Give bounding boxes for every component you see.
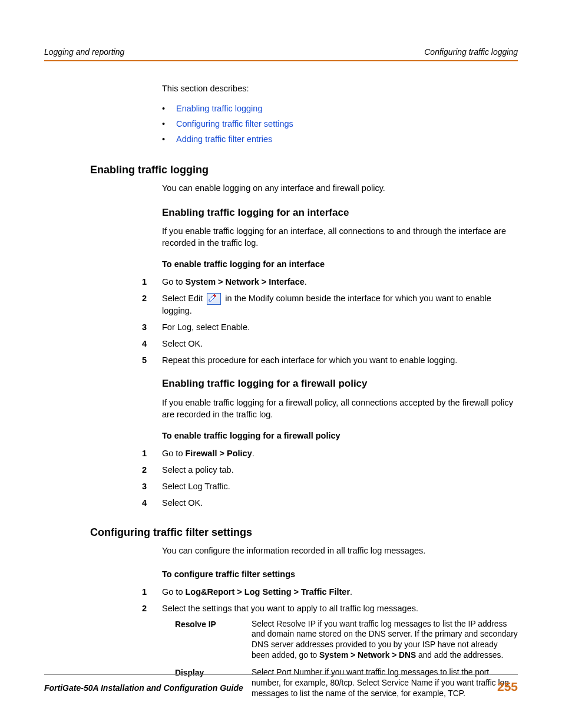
heading-firewall-policy: Enabling traffic logging for a firewall …	[162, 377, 518, 390]
step-fragment: .	[252, 449, 254, 458]
setting-label: Resolve IP	[175, 619, 252, 661]
step-fragment: Go to	[162, 449, 186, 458]
step-number: 2	[142, 292, 162, 317]
body-text: You can configure the information record…	[162, 545, 518, 556]
footer-title: FortiGate-50A Installation and Configura…	[44, 683, 243, 693]
step-text: Go to Log&Report > Log Setting > Traffic…	[162, 586, 518, 598]
step-number: 2	[142, 464, 162, 476]
step-row: 1 Go to Log&Report > Log Setting > Traff…	[142, 586, 518, 598]
page-number: 255	[497, 680, 518, 694]
toc-item: • Adding traffic filter entries	[162, 133, 518, 145]
step-row: 2 Select Edit in the Modify column besid…	[142, 292, 518, 317]
step-text: Go to Firewall > Policy.	[162, 447, 518, 459]
step-text: Select Log Traffic.	[162, 480, 518, 492]
page-content: This section describes: • Enabling traff…	[44, 83, 518, 699]
step-number: 3	[142, 480, 162, 492]
procedure-title: To configure traffic filter settings	[162, 568, 518, 580]
step-row: 2 Select a policy tab.	[142, 464, 518, 476]
step-number: 5	[142, 354, 162, 366]
step-row: 4 Select OK.	[142, 497, 518, 509]
header-left: Logging and reporting	[44, 47, 124, 57]
body-text: You can enable logging on any interface …	[162, 182, 518, 194]
step-row: 1 Go to System > Network > Interface.	[142, 276, 518, 288]
step-text: Go to System > Network > Interface.	[162, 276, 518, 288]
toc-link-enabling[interactable]: Enabling traffic logging	[176, 103, 262, 114]
header-right: Configuring traffic logging	[424, 47, 518, 57]
table-row: Resolve IP Select Resolve IP if you want…	[175, 619, 518, 661]
procedure-title: To enable traffic logging for a firewall…	[162, 430, 518, 442]
step-number: 1	[142, 447, 162, 459]
step-row: 5 Repeat this procedure for each interfa…	[142, 354, 518, 366]
step-fragment: Go to	[162, 277, 186, 286]
step-number: 1	[142, 276, 162, 288]
step-number: 2	[142, 602, 162, 614]
toc-item: • Enabling traffic logging	[162, 103, 518, 114]
bullet-icon: •	[162, 103, 176, 114]
step-path: Log&Report > Log Setting > Traffic Filte…	[186, 587, 351, 597]
step-fragment: .	[305, 277, 307, 286]
bullet-icon: •	[162, 118, 176, 130]
toc-link-configuring[interactable]: Configuring traffic filter settings	[176, 118, 293, 130]
step-text: For Log, select Enable.	[162, 321, 518, 333]
heading-interface: Enabling traffic logging for an interfac…	[162, 206, 518, 219]
step-number: 4	[142, 497, 162, 509]
step-row: 3 For Log, select Enable.	[142, 321, 518, 333]
setting-description: Select Resolve IP if you want traffic lo…	[252, 619, 518, 661]
step-fragment: Select Edit	[162, 294, 205, 303]
bullet-icon: •	[162, 133, 176, 145]
toc-list: • Enabling traffic logging • Configuring…	[162, 103, 518, 145]
step-text: Select Edit in the Modify column beside …	[162, 292, 518, 317]
step-text: Select the settings that you want to app…	[162, 602, 518, 614]
step-text: Repeat this procedure for each interface…	[162, 354, 518, 366]
heading-configuring-filter: Configuring traffic filter settings	[90, 525, 518, 540]
step-path: Firewall > Policy	[186, 449, 252, 458]
body-text: If you enable traffic logging for an int…	[162, 225, 518, 249]
step-number: 3	[142, 321, 162, 333]
toc-item: • Configuring traffic filter settings	[162, 118, 518, 130]
body-text: If you enable traffic logging for a fire…	[162, 397, 518, 420]
step-path: System > Network > Interface	[186, 277, 305, 286]
procedure-title: To enable traffic logging for an interfa…	[162, 258, 518, 270]
step-row: 3 Select Log Traffic.	[142, 480, 518, 492]
step-row: 4 Select OK.	[142, 338, 518, 350]
step-row: 1 Go to Firewall > Policy.	[142, 447, 518, 459]
intro-text: This section describes:	[162, 83, 518, 94]
desc-path: System > Network > DNS	[319, 651, 416, 660]
step-number: 4	[142, 338, 162, 350]
heading-enabling-traffic-logging: Enabling traffic logging	[90, 163, 518, 177]
edit-icon	[207, 293, 221, 305]
step-number: 1	[142, 586, 162, 598]
step-text: Select OK.	[162, 497, 518, 509]
page-footer: FortiGate-50A Installation and Configura…	[44, 674, 518, 694]
step-row: 2 Select the settings that you want to a…	[142, 602, 518, 614]
step-text: Select OK.	[162, 338, 518, 350]
desc-fragment: and add the addresses.	[416, 651, 503, 660]
toc-link-adding[interactable]: Adding traffic filter entries	[176, 133, 272, 145]
step-text: Select a policy tab.	[162, 464, 518, 476]
step-fragment: Go to	[162, 587, 186, 597]
step-fragment: .	[350, 587, 352, 597]
page-header: Logging and reporting Configuring traffi…	[44, 47, 518, 61]
